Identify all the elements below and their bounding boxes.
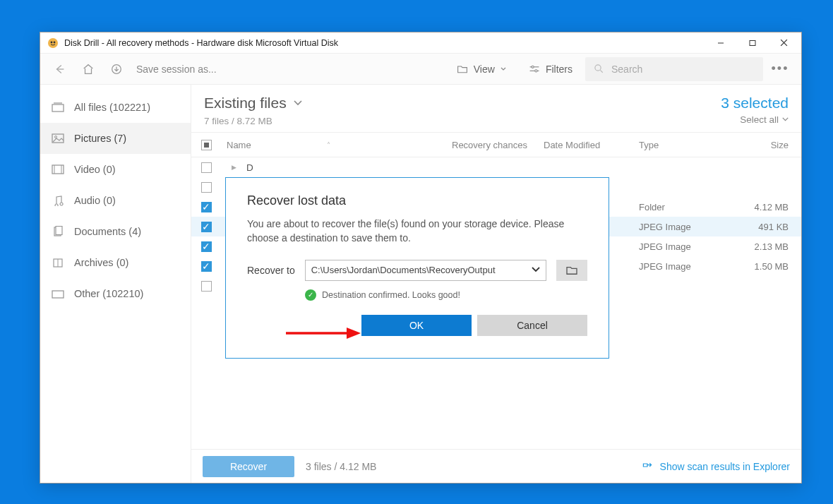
window-minimize-button[interactable]: [705, 32, 736, 54]
row-checkbox[interactable]: [201, 182, 212, 193]
selected-count: 3 selected: [721, 95, 789, 112]
sidebar-item-audio[interactable]: Audio (0): [40, 185, 191, 216]
destination-dropdown[interactable]: C:\Users\Jordan\Documents\RecoveryOutput: [305, 260, 546, 281]
svg-point-12: [535, 69, 537, 71]
film-icon: [52, 163, 64, 176]
table-header: Name˄ Recovery chances Date Modified Typ…: [191, 132, 801, 157]
sidebar-item-all-files[interactable]: All files (102221): [40, 92, 191, 123]
sidebar-item-documents[interactable]: Documents (4): [40, 216, 191, 247]
svg-point-18: [55, 136, 57, 138]
sliders-icon: [529, 64, 540, 74]
svg-rect-4: [750, 40, 755, 45]
sort-up-icon: ˄: [327, 141, 330, 149]
svg-rect-15: [52, 104, 64, 112]
col-size[interactable]: Size: [724, 140, 801, 150]
app-icon: [47, 37, 59, 49]
recover-button[interactable]: Recover: [203, 456, 294, 477]
sidebar-item-video[interactable]: Video (0): [40, 154, 191, 185]
check-circle-icon: ✓: [305, 289, 316, 301]
content-subtitle: 7 files / 8.72 MB: [204, 116, 721, 126]
home-button[interactable]: [76, 56, 101, 82]
archive-icon: [52, 256, 64, 269]
row-checkbox[interactable]: [201, 162, 212, 173]
content-title[interactable]: Existing files: [204, 95, 721, 112]
header-checkbox[interactable]: [201, 140, 212, 150]
svg-line-14: [600, 70, 602, 72]
show-in-explorer-link[interactable]: Show scan results in Explorer: [642, 461, 790, 472]
stack-icon: [52, 101, 64, 114]
browse-button[interactable]: [556, 260, 587, 281]
col-name[interactable]: Name˄: [221, 140, 452, 150]
window-maximize-button[interactable]: [736, 32, 768, 54]
svg-point-2: [54, 41, 56, 43]
chevron-down-icon: [782, 117, 789, 122]
table-row[interactable]: ▶D: [191, 157, 801, 177]
chevron-down-icon: [532, 267, 540, 273]
other-icon: [52, 287, 64, 300]
back-button[interactable]: [47, 56, 73, 82]
recover-dialog: Recover lost data You are about to recov…: [225, 177, 609, 359]
search-icon: [594, 64, 604, 74]
dialog-title: Recover lost data: [247, 193, 587, 208]
folder-icon: [457, 64, 468, 74]
folder-icon: [565, 265, 578, 275]
col-type[interactable]: Type: [639, 140, 724, 150]
window-close-button[interactable]: [768, 32, 800, 54]
col-chance[interactable]: Recovery chances: [452, 140, 544, 150]
col-date[interactable]: Date Modified: [544, 140, 639, 150]
row-checkbox[interactable]: ✓: [201, 241, 212, 252]
recover-to-label: Recover to: [247, 265, 295, 276]
toolbar: Save session as... View Filters Search •…: [40, 54, 801, 85]
footer: Recover 3 files / 4.12 MB Show scan resu…: [191, 449, 801, 483]
chevron-right-icon[interactable]: ▶: [227, 164, 241, 171]
view-dropdown[interactable]: View: [447, 56, 516, 82]
row-checkbox[interactable]: ✓: [201, 261, 212, 272]
svg-point-13: [595, 65, 601, 71]
more-button[interactable]: •••: [766, 61, 794, 76]
save-session-label[interactable]: Save session as...: [136, 64, 217, 75]
ok-button[interactable]: OK: [361, 315, 472, 336]
sidebar-item-pictures[interactable]: Pictures (7): [40, 123, 191, 154]
svg-rect-19: [52, 165, 64, 174]
dialog-body: You are about to recover the file(s) fou…: [247, 217, 587, 246]
row-checkbox[interactable]: ✓: [201, 222, 212, 232]
svg-point-0: [48, 38, 58, 48]
export-icon: [642, 462, 653, 472]
filters-button[interactable]: Filters: [519, 56, 582, 82]
svg-point-1: [51, 41, 53, 43]
window-title: Disk Drill - All recovery methods - Hard…: [64, 38, 705, 48]
row-checkbox[interactable]: ✓: [201, 202, 212, 212]
chevron-down-icon: [294, 100, 302, 107]
cancel-button[interactable]: Cancel: [477, 315, 587, 336]
search-input[interactable]: Search: [585, 57, 763, 81]
select-all-button[interactable]: Select all: [740, 114, 789, 125]
music-icon: [52, 194, 64, 207]
save-session-icon[interactable]: [104, 56, 129, 82]
titlebar: Disk Drill - All recovery methods - Hard…: [40, 32, 801, 54]
image-icon: [52, 132, 64, 145]
sidebar-item-archives[interactable]: Archives (0): [40, 247, 191, 278]
destination-confirmed: ✓ Destination confirmed. Looks good!: [305, 289, 587, 301]
chevron-down-icon: [501, 67, 506, 71]
docs-icon: [52, 225, 64, 238]
svg-rect-23: [56, 227, 62, 235]
svg-rect-26: [52, 291, 64, 298]
sidebar: All files (102221) Pictures (7) Video (0…: [40, 85, 191, 483]
footer-summary: 3 files / 4.12 MB: [306, 461, 376, 472]
row-checkbox[interactable]: [201, 281, 212, 292]
svg-point-10: [532, 66, 534, 68]
sidebar-item-other[interactable]: Other (102210): [40, 278, 191, 309]
